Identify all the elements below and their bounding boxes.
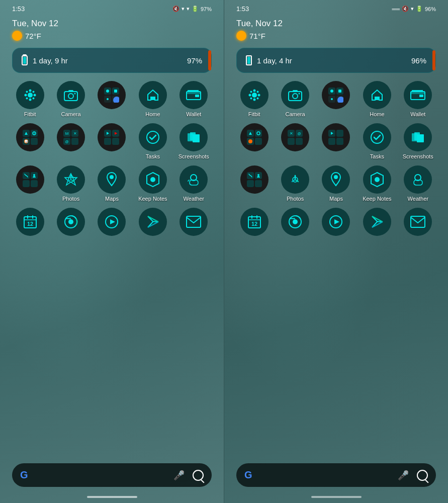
maps-app-right[interactable]: Maps bbox=[316, 165, 356, 202]
svg-point-0 bbox=[28, 93, 33, 98]
folder2-app-left[interactable]: 📊 bbox=[10, 123, 50, 159]
search-bar-right[interactable]: G 🎤 bbox=[236, 463, 436, 487]
svg-point-57 bbox=[331, 98, 333, 100]
search-bar-left[interactable]: G 🎤 bbox=[12, 463, 212, 487]
weather-widget-left[interactable]: Tue, Nov 12 72°F bbox=[9, 15, 215, 43]
camera-icon-left bbox=[57, 81, 85, 109]
battery-info-left: 1 day, 9 hr bbox=[22, 55, 68, 65]
svg-rect-67 bbox=[417, 134, 424, 142]
maps-label-left: Maps bbox=[105, 196, 119, 202]
camera-app-left[interactable]: Camera bbox=[51, 81, 91, 117]
screenshots-icon-right bbox=[404, 123, 432, 151]
svg-point-27 bbox=[33, 174, 35, 176]
playstore-icon-left bbox=[139, 208, 167, 236]
keepnotes-app-left[interactable]: Keep Notes bbox=[133, 165, 172, 202]
svg-point-44 bbox=[253, 99, 255, 101]
battery-widget-right[interactable]: 1 day, 4 hr 96% bbox=[236, 48, 436, 73]
battery-pct-right: 96% bbox=[425, 6, 436, 12]
svg-rect-19 bbox=[195, 95, 199, 97]
home-app-left[interactable]: Home bbox=[133, 81, 172, 117]
svg-point-49 bbox=[250, 98, 252, 100]
fitbit-label-right: Fitbit bbox=[248, 111, 260, 117]
folder4-app-right[interactable] bbox=[316, 123, 356, 159]
lens-icon-right[interactable] bbox=[417, 470, 428, 481]
tasks-app-right[interactable]: Tasks bbox=[357, 123, 397, 159]
keepnotes-app-right[interactable]: Keep Notes bbox=[357, 165, 397, 202]
chrome-app-right[interactable] bbox=[275, 208, 315, 238]
camera-app-right[interactable]: Camera bbox=[275, 81, 315, 117]
weather-app-left[interactable]: Weather bbox=[174, 165, 214, 202]
app-row-4-left: 12 bbox=[9, 205, 215, 241]
home-app-right[interactable]: Home bbox=[357, 81, 397, 117]
svg-point-10 bbox=[68, 94, 73, 99]
svg-rect-41 bbox=[187, 216, 201, 227]
fitbit-app-left[interactable]: Fitbit bbox=[10, 81, 50, 117]
folder-app-left[interactable] bbox=[92, 81, 132, 117]
time-left: 1:53 bbox=[12, 5, 25, 13]
calendar-app-left[interactable]: 12 bbox=[10, 208, 50, 238]
screenshots-app-left[interactable]: Screenshots bbox=[174, 123, 214, 159]
wallet-label-left: Wallet bbox=[186, 111, 201, 117]
status-icons-left: 🔇 ▾ ▾ 🔋 97% bbox=[172, 6, 212, 12]
home-bar-left bbox=[87, 496, 137, 498]
folder5-app-left[interactable] bbox=[10, 165, 50, 202]
svg-point-46 bbox=[257, 94, 260, 97]
svg-point-23 bbox=[147, 131, 159, 143]
photos-label-right: Photos bbox=[287, 196, 304, 202]
keepnotes-icon-left bbox=[139, 165, 167, 194]
weather-app-right[interactable]: Weather bbox=[398, 165, 438, 202]
camera-label-right: Camera bbox=[286, 111, 305, 117]
svg-point-2 bbox=[29, 99, 31, 101]
keepnotes-icon-right bbox=[363, 165, 391, 194]
fitbit-icon-left bbox=[16, 81, 44, 109]
photos-icon-right bbox=[281, 165, 309, 194]
mic-icon-right[interactable]: 🎤 bbox=[398, 470, 409, 481]
tasks-app-left[interactable]: Tasks bbox=[133, 123, 172, 159]
mic-icon-left[interactable]: 🎤 bbox=[173, 470, 185, 481]
weather-widget-right[interactable]: Tue, Nov 12 71°F bbox=[233, 15, 439, 43]
battery-widget-left[interactable]: 1 day, 9 hr 97% bbox=[12, 48, 212, 73]
photos-app-left[interactable]: Photos bbox=[51, 165, 91, 202]
screenshots-label-right: Screenshots bbox=[403, 153, 433, 159]
folder5-app-right[interactable] bbox=[234, 165, 274, 202]
playstore-app-left[interactable] bbox=[133, 208, 172, 238]
svg-rect-56 bbox=[338, 90, 341, 93]
svg-point-12 bbox=[74, 93, 76, 95]
mute-icon-right: 🔇 bbox=[402, 6, 409, 12]
wallet-app-left[interactable]: Wallet bbox=[174, 81, 214, 117]
svg-text:12: 12 bbox=[27, 221, 33, 227]
folder5-icon-right bbox=[240, 165, 268, 194]
folder3-icon-left: M ✕ @ bbox=[57, 123, 85, 151]
sun-icon-left bbox=[12, 31, 22, 41]
battery-small-icon-left bbox=[22, 55, 28, 65]
time-right: 1:53 bbox=[236, 5, 249, 13]
playmovies-app-right[interactable] bbox=[316, 208, 356, 238]
left-screen: 1:53 🔇 ▾ ▾ 🔋 97% Tue, Nov 12 72°F 1 day,… bbox=[0, 0, 224, 503]
folder4-app-left[interactable]: ▶ bbox=[92, 123, 132, 159]
folder2-app-right[interactable] bbox=[234, 123, 274, 159]
svg-rect-82 bbox=[411, 216, 425, 227]
svg-marker-22 bbox=[107, 132, 109, 135]
maps-app-left[interactable]: Maps bbox=[92, 165, 132, 202]
svg-point-31 bbox=[191, 175, 197, 181]
fitbit-app-right[interactable]: Fitbit bbox=[234, 81, 274, 117]
svg-point-3 bbox=[24, 94, 27, 97]
screenshots-app-right[interactable]: Screenshots bbox=[398, 123, 438, 159]
photos-app-right[interactable]: Photos bbox=[275, 165, 315, 202]
folder2-icon-right bbox=[240, 123, 268, 151]
calendar-app-right[interactable]: 12 bbox=[234, 208, 274, 238]
lens-icon-left[interactable] bbox=[193, 470, 204, 481]
svg-marker-63 bbox=[331, 132, 333, 135]
chrome-app-left[interactable] bbox=[51, 208, 91, 238]
playmovies-app-left[interactable] bbox=[92, 208, 132, 238]
folder3-app-right[interactable]: ✕ @ bbox=[275, 123, 315, 159]
gmail-app-right[interactable] bbox=[398, 208, 438, 238]
fitbit-label-left: Fitbit bbox=[24, 111, 36, 117]
playstore-app-right[interactable] bbox=[357, 208, 397, 238]
svg-rect-16 bbox=[151, 97, 154, 100]
folder-app-right[interactable] bbox=[316, 81, 356, 117]
gmail-app-left[interactable] bbox=[174, 208, 214, 238]
app-row-4-right: 12 bbox=[233, 205, 439, 241]
folder3-app-left[interactable]: M ✕ @ bbox=[51, 123, 91, 159]
wallet-app-right[interactable]: Wallet bbox=[398, 81, 438, 117]
